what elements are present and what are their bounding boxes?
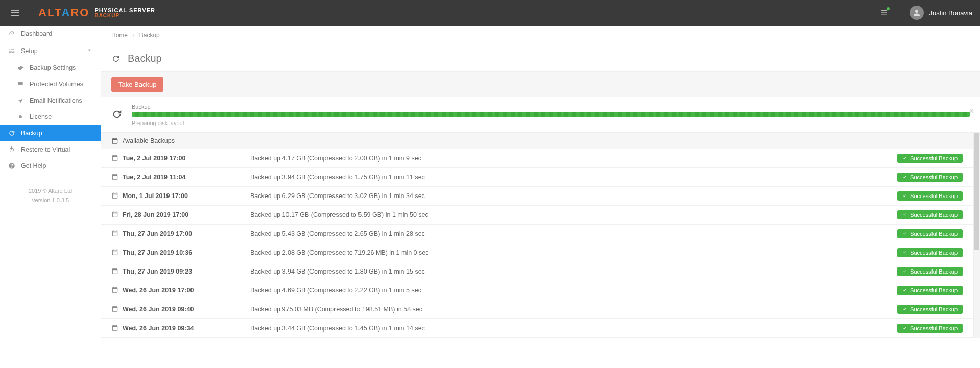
main-content: Home › Backup Backup Take Backup Backup … [101, 26, 980, 368]
badge-label: Successful Backup [910, 193, 958, 199]
calendar-icon [111, 305, 123, 314]
calendar-icon [111, 249, 123, 257]
backup-date: Tue, 2 Jul 2019 11:04 [123, 174, 250, 181]
calendar-icon [111, 230, 123, 238]
take-backup-button[interactable]: Take Backup [111, 77, 163, 92]
backup-row[interactable]: Thu, 27 Jun 2019 09:23Backed up 3.94 GB … [101, 262, 973, 281]
backup-row[interactable]: Fri, 28 Jun 2019 17:00Backed up 10.17 GB… [101, 206, 973, 225]
status-badge: Successful Backup [897, 191, 963, 201]
calendar-icon [111, 154, 123, 163]
badge-label: Successful Backup [910, 250, 958, 256]
sidebar-item-email-notifications[interactable]: Email Notifications [0, 92, 101, 109]
sidebar-item-setup[interactable]: Setup [0, 42, 101, 60]
sidebar-item-label: Email Notifications [30, 97, 82, 104]
backup-details: Backed up 975.03 MB (Compressed to 198.5… [250, 306, 897, 313]
badge-label: Successful Backup [910, 306, 958, 312]
check-icon [902, 307, 907, 312]
calendar-icon [111, 267, 123, 276]
breadcrumb-home[interactable]: Home [111, 32, 128, 39]
status-badge: Successful Backup [897, 248, 963, 257]
status-badge: Successful Backup [897, 286, 963, 295]
breadcrumb-current: Backup [139, 32, 160, 39]
breadcrumb: Home › Backup [101, 26, 980, 45]
page-title-text: Backup [128, 53, 162, 64]
check-icon [902, 231, 907, 236]
backup-row[interactable]: Thu, 27 Jun 2019 17:00Backed up 5.43 GB … [101, 225, 973, 243]
backup-date: Wed, 26 Jun 2019 09:40 [123, 306, 250, 313]
sliders-icon [8, 47, 16, 55]
brand-logo-text: ALTARO [38, 6, 89, 19]
brand-logo: ALTARO PHYSICAL SERVER BACKUP [38, 6, 155, 19]
sidebar-item-restore[interactable]: Restore to Virtual [0, 141, 101, 158]
send-icon [16, 97, 25, 104]
backup-date: Tue, 2 Jul 2019 17:00 [123, 155, 250, 162]
backup-row[interactable]: Tue, 2 Jul 2019 11:04Backed up 3.94 GB (… [101, 168, 973, 187]
breadcrumb-separator: › [132, 32, 134, 39]
version-label: Version 1.0.3.5 [0, 196, 101, 205]
sidebar-item-label: License [30, 113, 52, 120]
check-icon [902, 212, 907, 217]
sidebar-footer: 2019 © Altaro Ltd Version 1.0.3.5 [0, 187, 101, 205]
sidebar-item-label: Backup [21, 130, 42, 137]
status-badge: Successful Backup [897, 210, 963, 219]
backup-row[interactable]: Mon, 1 Jul 2019 17:00Backed up 6.29 GB (… [101, 187, 973, 206]
backup-details: Backed up 4.17 GB (Compressed to 2.00 GB… [250, 155, 897, 162]
status-badge: Successful Backup [897, 305, 963, 314]
scrollbar[interactable] [973, 133, 980, 338]
status-badge: Successful Backup [897, 229, 963, 238]
calendar-icon [111, 173, 123, 182]
available-backups-header: Available Backups [101, 133, 973, 149]
sidebar-item-backup-settings[interactable]: Backup Settings [0, 60, 101, 76]
user-menu[interactable]: Justin Bonavia [910, 6, 972, 20]
sidebar-item-label: Restore to Virtual [21, 146, 70, 153]
check-icon [902, 193, 907, 199]
backup-date: Thu, 27 Jun 2019 09:23 [123, 268, 250, 275]
backup-details: Backed up 2.08 GB (Compressed to 719.26 … [250, 249, 897, 256]
backup-date: Fri, 28 Jun 2019 17:00 [123, 211, 250, 218]
sidebar-item-license[interactable]: License [0, 109, 101, 125]
check-icon [902, 250, 907, 255]
topbar: ALTARO PHYSICAL SERVER BACKUP Justin Bon… [0, 0, 980, 26]
section-header-label: Available Backups [123, 137, 175, 144]
backup-row[interactable]: Tue, 2 Jul 2019 17:00Backed up 4.17 GB (… [101, 149, 973, 168]
help-icon [8, 162, 16, 169]
sidebar-item-label: Setup [21, 47, 38, 55]
menu-toggle-button[interactable] [8, 10, 23, 16]
backup-date: Thu, 27 Jun 2019 17:00 [123, 230, 250, 237]
avatar [910, 6, 924, 20]
backup-details: Backed up 10.17 GB (Compressed to 5.59 G… [250, 211, 897, 218]
close-icon[interactable]: × [969, 107, 974, 116]
scrollbar-thumb[interactable] [974, 133, 979, 250]
calendar-icon [111, 211, 123, 219]
sidebar-item-backup[interactable]: Backup [0, 125, 101, 141]
check-icon [902, 288, 907, 293]
backup-date: Wed, 26 Jun 2019 09:34 [123, 325, 250, 332]
sidebar-item-dashboard[interactable]: Dashboard [0, 26, 101, 42]
notifications-button[interactable] [879, 8, 889, 18]
progress-status: Preparing disk layout [132, 120, 970, 126]
backup-row[interactable]: Wed, 26 Jun 2019 09:34Backed up 3.44 GB … [101, 319, 973, 338]
backup-row[interactable]: Wed, 26 Jun 2019 17:00Backed up 4.69 GB … [101, 281, 973, 300]
sidebar-item-label: Backup Settings [30, 64, 76, 71]
backup-list: Tue, 2 Jul 2019 17:00Backed up 4.17 GB (… [101, 149, 973, 338]
backup-details: Backed up 3.94 GB (Compressed to 1.75 GB… [250, 174, 897, 181]
circle-icon [16, 113, 25, 120]
sidebar-item-protected-volumes[interactable]: Protected Volumes [0, 76, 101, 92]
check-icon [902, 269, 907, 274]
copyright-label: 2019 © Altaro Ltd [0, 187, 101, 196]
calendar-icon [111, 324, 123, 333]
refresh-icon [8, 130, 16, 137]
status-badge: Successful Backup [897, 267, 963, 276]
backup-row[interactable]: Thu, 27 Jun 2019 10:36Backed up 2.08 GB … [101, 243, 973, 262]
backup-details: Backed up 3.44 GB (Compressed to 1.45 GB… [250, 325, 897, 332]
page-title: Backup [101, 45, 980, 72]
action-bar: Take Backup [101, 72, 980, 97]
badge-label: Successful Backup [910, 155, 958, 161]
badge-label: Successful Backup [910, 268, 958, 275]
sidebar-item-help[interactable]: Get Help [0, 158, 101, 174]
badge-label: Successful Backup [910, 287, 958, 293]
backup-row[interactable]: Wed, 26 Jun 2019 09:40Backed up 975.03 M… [101, 300, 973, 319]
backup-details: Backed up 5.43 GB (Compressed to 2.65 GB… [250, 230, 897, 237]
notification-dot-icon [886, 7, 890, 11]
divider [899, 5, 899, 20]
